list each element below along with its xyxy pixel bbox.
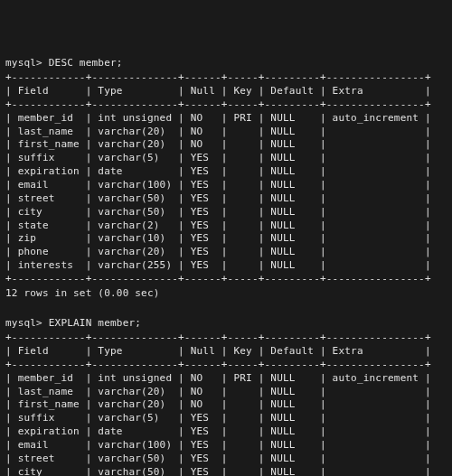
table-row: | member_id | int unsigned | NO | PRI | … — [5, 372, 447, 386]
table-row: | expiration | date | YES | | NULL | | — [5, 425, 447, 439]
table-row: | street | varchar(50) | YES | | NULL | … — [5, 192, 447, 206]
table-row: | first_name | varchar(20) | NO | | NULL… — [5, 138, 447, 152]
table-row: | phone | varchar(20) | YES | | NULL | | — [5, 246, 447, 259]
table-header-row: | Field | Type | Null | Key | Default | … — [5, 85, 447, 98]
table-row: | email | varchar(100) | YES | | NULL | … — [5, 179, 447, 192]
table-row: | suffix | varchar(5) | YES | | NULL | | — [5, 152, 447, 165]
terminal-output: mysql> DESC member;+------------+-------… — [5, 57, 447, 476]
table-row: | member_id | int unsigned | NO | PRI | … — [5, 112, 447, 126]
table-row: | city | varchar(50) | YES | | NULL | | — [5, 466, 447, 476]
table-separator: +------------+--------------+------+----… — [5, 71, 447, 85]
table-row: | state | varchar(2) | YES | | NULL | | — [5, 219, 447, 233]
sql-prompt: mysql> DESC member; — [5, 57, 447, 70]
table-separator: +------------+--------------+------+----… — [5, 98, 447, 112]
table-row: | expiration | date | YES | | NULL | | — [5, 165, 447, 179]
blank-line — [5, 304, 447, 318]
table-separator: +------------+--------------+------+----… — [5, 273, 447, 286]
table-header-row: | Field | Type | Null | Key | Default | … — [5, 345, 447, 359]
table-separator: +------------+--------------+------+----… — [5, 331, 447, 345]
table-row: | zip | varchar(10) | YES | | NULL | | — [5, 232, 447, 246]
table-row: | suffix | varchar(5) | YES | | NULL | | — [5, 412, 447, 425]
table-row: | street | varchar(50) | YES | | NULL | … — [5, 453, 447, 466]
table-row: | email | varchar(100) | YES | | NULL | … — [5, 439, 447, 453]
table-row: | city | varchar(50) | YES | | NULL | | — [5, 206, 447, 219]
table-row: | last_name | varchar(20) | NO | | NULL … — [5, 126, 447, 139]
result-footer: 12 rows in set (0.00 sec) — [5, 286, 447, 304]
table-separator: +------------+--------------+------+----… — [5, 359, 447, 372]
table-row: | interests | varchar(255) | YES | | NUL… — [5, 259, 447, 273]
table-row: | last_name | varchar(20) | NO | | NULL … — [5, 386, 447, 399]
sql-prompt: mysql> EXPLAIN member; — [5, 317, 447, 331]
table-row: | first_name | varchar(20) | NO | | NULL… — [5, 398, 447, 412]
